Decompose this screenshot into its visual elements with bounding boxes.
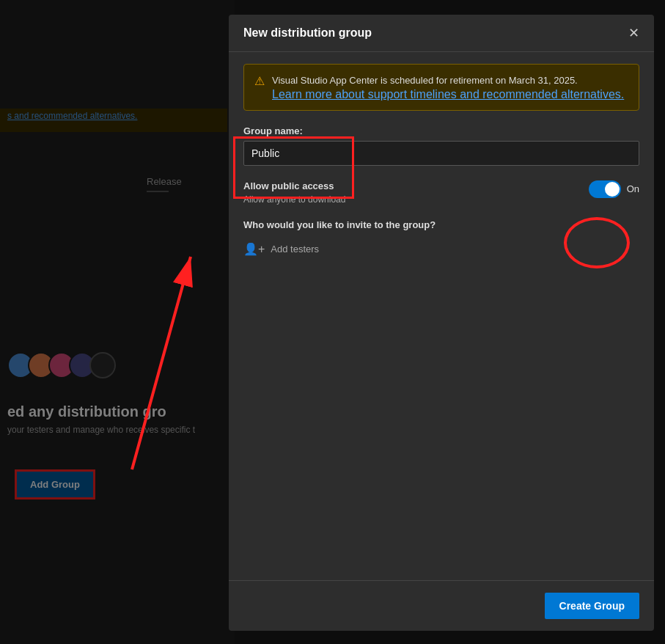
add-person-icon: 👤+	[243, 242, 265, 256]
invite-section: Who would you like to invite to the grou…	[243, 219, 639, 259]
add-testers-label: Add testers	[271, 244, 319, 255]
warning-text-block: Visual Studio App Center is scheduled fo…	[272, 73, 624, 101]
allow-public-access-row: Allow public access Allow anyone to down…	[243, 180, 639, 205]
warning-text: Visual Studio App Center is scheduled fo…	[272, 75, 578, 86]
public-access-toggle[interactable]	[589, 180, 621, 198]
group-name-input[interactable]	[243, 141, 639, 166]
add-testers-row[interactable]: 👤+ Add testers	[243, 239, 639, 259]
warning-banner: ⚠ Visual Studio App Center is scheduled …	[243, 64, 639, 111]
invite-title: Who would you like to invite to the grou…	[243, 219, 639, 230]
modal-header: New distribution group ✕	[229, 15, 654, 52]
access-info: Allow public access Allow anyone to down…	[243, 180, 345, 205]
toggle-container: On	[589, 180, 639, 198]
modal-body: ⚠ Visual Studio App Center is scheduled …	[229, 52, 654, 580]
allow-public-title: Allow public access	[243, 180, 345, 191]
group-name-label: Group name:	[243, 125, 639, 136]
toggle-state-label: On	[627, 183, 639, 194]
toggle-knob	[605, 182, 620, 197]
modal-footer: Create Group	[229, 580, 654, 631]
modal-close-button[interactable]: ✕	[628, 26, 639, 40]
group-name-field-group: Group name:	[243, 125, 639, 166]
modal-title: New distribution group	[243, 26, 372, 40]
create-group-button[interactable]: Create Group	[545, 593, 639, 619]
warning-link[interactable]: Learn more about support timelines and r…	[272, 88, 624, 100]
allow-public-subtitle: Allow anyone to download	[243, 194, 345, 205]
new-distribution-group-modal: New distribution group ✕ ⚠ Visual Studio…	[229, 15, 654, 631]
warning-icon: ⚠	[254, 74, 265, 88]
